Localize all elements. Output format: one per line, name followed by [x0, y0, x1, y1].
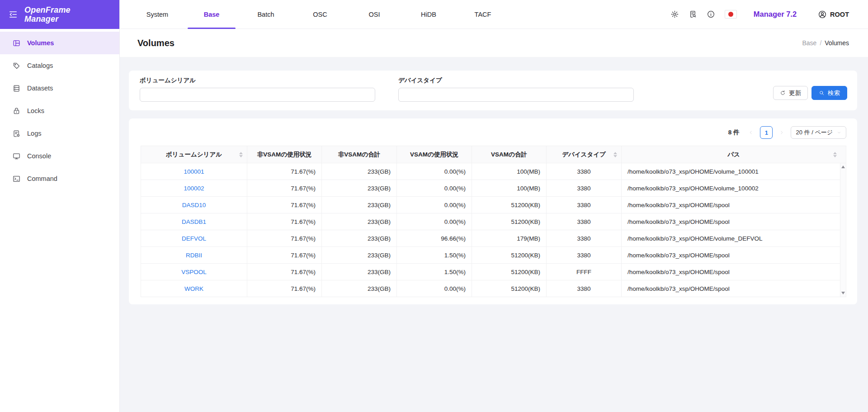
tab-system[interactable]: System [130, 0, 184, 28]
cell: /home/koolkb/o73_xsp/OHOME/spool [622, 197, 846, 213]
tab-tacf[interactable]: TACF [456, 0, 510, 28]
volume-link[interactable]: RDBII [141, 247, 247, 264]
cell: 71.67(%) [247, 264, 322, 280]
username: ROOT [830, 11, 849, 18]
sort-icon[interactable] [833, 152, 837, 157]
sidebar-item-logs[interactable]: Logs [0, 122, 119, 145]
sidebar-item-locks[interactable]: Locks [0, 99, 119, 122]
chevron-down-icon [837, 130, 841, 135]
volume-link[interactable]: 100002 [141, 180, 247, 197]
cell: 71.67(%) [247, 197, 322, 213]
cell: 100(MB) [472, 163, 547, 180]
tab-osi[interactable]: OSI [347, 0, 401, 28]
col-header-device-type[interactable]: デバイスタイプ [547, 146, 622, 163]
col-header-volume-serial[interactable]: ボリュームシリアル [141, 146, 247, 163]
top-navigation: System Base Batch OSC OSI HiDB TACF [120, 0, 868, 29]
col-header-path[interactable]: パス [622, 146, 846, 163]
info-icon[interactable] [707, 10, 715, 19]
tab-hidb[interactable]: HiDB [401, 0, 456, 28]
file-search-icon[interactable] [689, 10, 697, 19]
refresh-button[interactable]: 更新 [773, 86, 808, 100]
volume-link[interactable]: 100001 [141, 163, 247, 180]
page-size-select[interactable]: 20 件 / ページ [791, 126, 846, 139]
cell: 233(GB) [322, 230, 397, 247]
volume-serial-input[interactable] [140, 88, 375, 102]
user-menu[interactable]: ROOT [818, 10, 849, 19]
scroll-down-icon[interactable] [841, 292, 845, 294]
sidebar-item-catalogs[interactable]: Catalogs [0, 54, 119, 77]
language-flag-japan[interactable] [725, 10, 737, 19]
tab-base[interactable]: Base [184, 0, 239, 28]
tab-batch[interactable]: Batch [239, 0, 293, 28]
cell: 233(GB) [322, 197, 397, 213]
col-label: ボリュームシリアル [166, 151, 222, 158]
sidebar: OpenFrame Manager Volumes Catalogs Datas… [0, 0, 120, 412]
app-logo: OpenFrame Manager [24, 5, 71, 24]
volume-link[interactable]: DASD10 [141, 197, 247, 213]
refresh-icon [780, 90, 786, 96]
command-icon [12, 175, 21, 183]
table-row: WORK 71.67(%) 233(GB) 0.00(%) 51200(KB) … [141, 280, 846, 297]
col-label: VSAMの使用状況 [410, 151, 458, 158]
cell: 3380 [547, 163, 622, 180]
sidebar-item-datasets[interactable]: Datasets [0, 77, 119, 99]
locks-icon [12, 107, 21, 115]
sidebar-item-volumes[interactable]: Volumes [0, 32, 119, 54]
col-label: パス [727, 151, 740, 158]
cell: 71.67(%) [247, 280, 322, 297]
sidebar-item-label: Volumes [27, 39, 54, 47]
volume-link[interactable]: DEFVOL [141, 230, 247, 247]
cell: /home/koolkb/o73_xsp/OHOME/volume_100001 [622, 163, 846, 180]
chevron-right-icon [779, 130, 784, 135]
volume-serial-label: ボリュームシリアル [140, 76, 375, 85]
table-scrollbar[interactable] [840, 163, 846, 297]
table-header-row: ボリュームシリアル 非VSAMの使用状況 非VSAMの合計 VSAMの使用状況 … [141, 146, 846, 163]
sidebar-collapse-icon[interactable] [8, 9, 18, 19]
volume-link[interactable]: DASDB1 [141, 213, 247, 230]
breadcrumb-parent[interactable]: Base [802, 39, 816, 47]
volume-link[interactable]: WORK [141, 280, 247, 297]
page-header: Volumes Base / Volumes [120, 29, 868, 57]
col-label: 非VSAMの合計 [338, 151, 380, 158]
sidebar-item-label: Catalogs [27, 62, 53, 69]
module-tabs: System Base Batch OSC OSI HiDB TACF [130, 0, 510, 28]
col-label: 非VSAMの使用状況 [257, 151, 311, 158]
sidebar-item-command[interactable]: Command [0, 167, 119, 190]
cell: 71.67(%) [247, 163, 322, 180]
settings-icon[interactable] [670, 10, 679, 19]
cell: 233(GB) [322, 264, 397, 280]
cell: 0.00(%) [397, 180, 472, 197]
filter-actions: 更新 検索 [773, 86, 847, 100]
search-icon [819, 90, 825, 96]
cell: 0.00(%) [397, 163, 472, 180]
cell: 51200(KB) [472, 264, 547, 280]
content-area: ボリュームシリアル デバイスタイプ 更新 検索 [120, 57, 868, 412]
cell: 51200(KB) [472, 197, 547, 213]
volume-link[interactable]: VSPOOL [141, 264, 247, 280]
app-window: OpenFrame Manager Volumes Catalogs Datas… [0, 0, 868, 412]
device-type-input[interactable] [398, 88, 634, 102]
cell: /home/koolkb/o73_xsp/OHOME/spool [622, 213, 846, 230]
tab-osc[interactable]: OSC [293, 0, 347, 28]
cell: 3380 [547, 280, 622, 297]
cell: 51200(KB) [472, 213, 547, 230]
prev-page-button[interactable] [745, 127, 756, 138]
cell: 71.67(%) [247, 213, 322, 230]
sidebar-item-label: Console [27, 152, 51, 160]
logo-line2: Manager [24, 14, 58, 24]
sort-icon[interactable] [613, 152, 617, 157]
sort-icon[interactable] [239, 152, 243, 157]
cell: /home/koolkb/o73_xsp/OHOME/spool [622, 264, 846, 280]
cell: 179(MB) [472, 230, 547, 247]
cell: 233(GB) [322, 180, 397, 197]
col-header-nonvsam-total: 非VSAMの合計 [322, 146, 397, 163]
search-button[interactable]: 検索 [811, 86, 847, 100]
page-title: Volumes [137, 38, 175, 48]
sidebar-item-console[interactable]: Console [0, 145, 119, 167]
next-page-button[interactable] [776, 127, 787, 138]
cell: /home/koolkb/o73_xsp/OHOME/spool [622, 247, 846, 264]
col-header-vsam-total: VSAMの合計 [472, 146, 547, 163]
sidebar-item-label: Logs [27, 130, 41, 137]
page-number-button[interactable]: 1 [760, 126, 773, 139]
scroll-up-icon[interactable] [841, 166, 845, 168]
